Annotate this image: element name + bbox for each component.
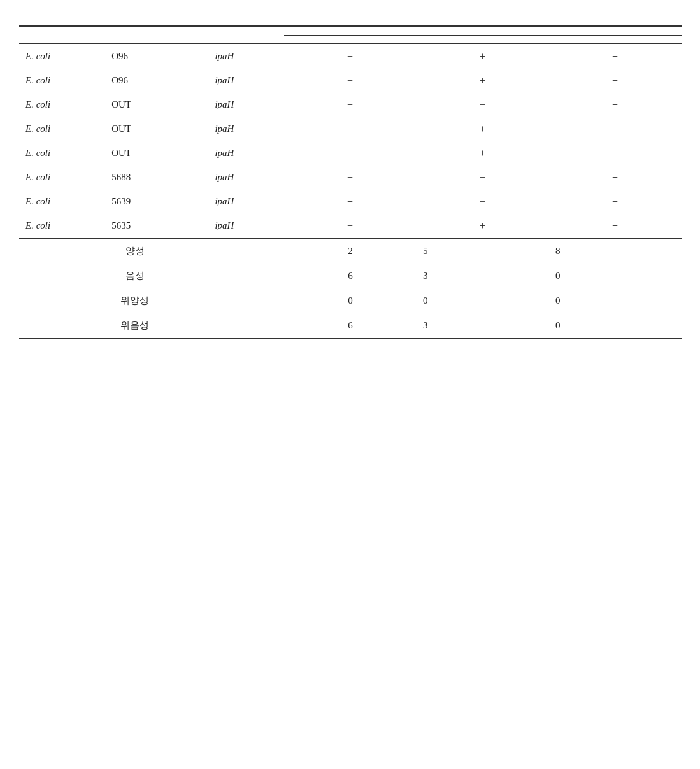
ipah5-cell: −	[284, 214, 417, 239]
ipah8-cell: +	[417, 45, 549, 69]
summary-ipah8: 5	[417, 239, 549, 264]
ipah18-cell: +	[549, 214, 682, 239]
summary-ipah18: 0	[549, 313, 682, 339]
ipah18-cell: +	[549, 93, 682, 117]
ipah5-cell: −	[284, 166, 417, 190]
summary-ipah18: 8	[549, 239, 682, 264]
virulence-cell: ipaH	[165, 214, 284, 239]
summary-empty2	[165, 288, 284, 313]
ipah5-cell: +	[284, 141, 417, 166]
serotype-cell: OUT	[105, 93, 165, 117]
ipah18-cell: +	[549, 69, 682, 93]
species-cell: E. coli	[19, 166, 105, 190]
main-table: E. coli O96 ipaH − + + E. coli O96 ipaH …	[19, 25, 682, 339]
summary-ipah18: 0	[549, 288, 682, 313]
summary-ipah18: 0	[549, 264, 682, 288]
serotype-cell: OUT	[105, 117, 165, 141]
summary-ipah5: 0	[284, 288, 417, 313]
species-cell: E. coli	[19, 190, 105, 214]
virulence-cell: ipaH	[165, 190, 284, 214]
ipah5-cell: +	[284, 190, 417, 214]
table-row: E. coli OUT ipaH − + +	[19, 117, 682, 141]
ipah8-cell: −	[417, 93, 549, 117]
virulence-cell: ipaH	[165, 45, 284, 69]
summary-row: 음성 6 3 0	[19, 264, 682, 288]
bottom-border-row	[19, 339, 682, 339]
ipah8-cell: −	[417, 190, 549, 214]
virulence-cell: ipaH	[165, 141, 284, 166]
species-cell: E. coli	[19, 141, 105, 166]
summary-empty1	[19, 264, 105, 288]
ipah8-cell: +	[417, 214, 549, 239]
ipah5-cell: −	[284, 45, 417, 69]
table-row: E. coli OUT ipaH − − +	[19, 93, 682, 117]
virulence-cell: ipaH	[165, 93, 284, 117]
summary-row: 위음성 6 3 0	[19, 313, 682, 339]
serotype-cell: 5635	[105, 214, 165, 239]
summary-empty1	[19, 239, 105, 264]
ipah8-cell: +	[417, 69, 549, 93]
table-row: E. coli OUT ipaH + + +	[19, 141, 682, 166]
main-header-row	[19, 27, 682, 36]
ipah5-cell: −	[284, 93, 417, 117]
table-row: E. coli 5639 ipaH + − +	[19, 190, 682, 214]
summary-ipah5: 2	[284, 239, 417, 264]
virulence-cell: ipaH	[165, 117, 284, 141]
ipah18-cell: +	[549, 166, 682, 190]
ipah8-cell: +	[417, 141, 549, 166]
serotype-cell: O96	[105, 69, 165, 93]
ipah18-cell: +	[549, 117, 682, 141]
species-cell: E. coli	[19, 117, 105, 141]
ipah5-header	[284, 36, 417, 44]
ipah18-cell: +	[549, 190, 682, 214]
ipah18-cell: +	[549, 141, 682, 166]
table-row: E. coli 5688 ipaH − − +	[19, 166, 682, 190]
summary-label: 위음성	[105, 313, 165, 339]
table-container: E. coli O96 ipaH − + + E. coli O96 ipaH …	[19, 19, 682, 339]
ipah8-header	[417, 36, 549, 44]
summary-ipah8: 3	[417, 313, 549, 339]
species-cell: E. coli	[19, 214, 105, 239]
subheader-row	[19, 36, 682, 44]
ipah5-cell: −	[284, 117, 417, 141]
species-cell: E. coli	[19, 93, 105, 117]
ipah5-cell: −	[284, 69, 417, 93]
serotype-cell: 5688	[105, 166, 165, 190]
virulence-cell: ipaH	[165, 166, 284, 190]
serotype-cell: OUT	[105, 141, 165, 166]
ipah8-cell: +	[417, 117, 549, 141]
summary-empty1	[19, 313, 105, 339]
serotype-cell: 5639	[105, 190, 165, 214]
summary-empty2	[165, 239, 284, 264]
table-row: E. coli 5635 ipaH − + +	[19, 214, 682, 239]
summary-empty1	[19, 288, 105, 313]
summary-ipah8: 3	[417, 264, 549, 288]
summary-row: 위양성 0 0 0	[19, 288, 682, 313]
species-cell: E. coli	[19, 69, 105, 93]
ipah18-cell: +	[549, 45, 682, 69]
summary-label: 양성	[105, 239, 165, 264]
primer-candidate-header	[284, 27, 682, 36]
table-row: E. coli O96 ipaH − + +	[19, 69, 682, 93]
strain-header	[19, 36, 165, 44]
summary-empty2	[165, 313, 284, 339]
virulence-cell: ipaH	[165, 69, 284, 93]
ipah8-cell: −	[417, 166, 549, 190]
eiec-label	[19, 27, 165, 36]
serotype-cell: O96	[105, 45, 165, 69]
summary-label: 위양성	[105, 288, 165, 313]
summary-label: 음성	[105, 264, 165, 288]
summary-row: 양성 2 5 8	[19, 239, 682, 264]
virulence-header	[165, 36, 284, 44]
summary-ipah5: 6	[284, 264, 417, 288]
summary-empty2	[165, 264, 284, 288]
summary-ipah5: 6	[284, 313, 417, 339]
ipah18-header	[549, 36, 682, 44]
species-cell: E. coli	[19, 45, 105, 69]
table-row: E. coli O96 ipaH − + +	[19, 45, 682, 69]
summary-ipah8: 0	[417, 288, 549, 313]
